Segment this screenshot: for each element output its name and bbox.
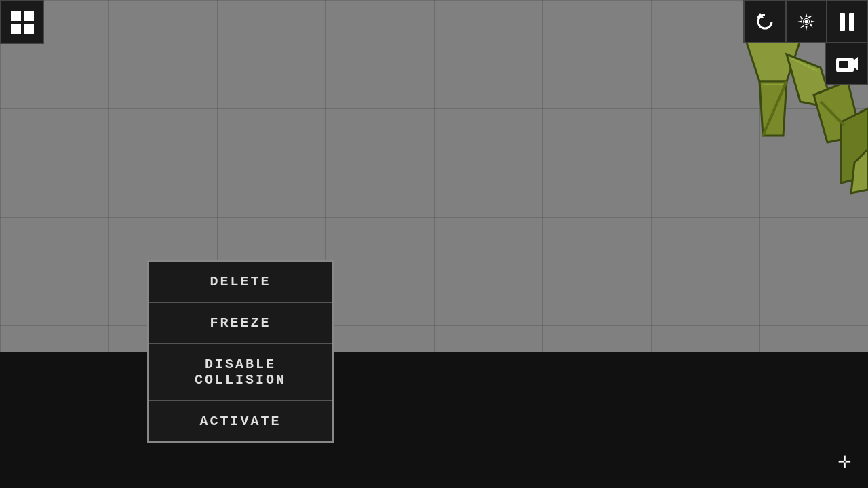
- svg-point-7: [805, 20, 808, 24]
- svg-rect-1: [24, 11, 34, 21]
- freeze-button[interactable]: FREEZE: [149, 303, 332, 344]
- toolbar-row1: [743, 0, 868, 43]
- delete-button[interactable]: DELETE: [149, 262, 332, 303]
- svg-rect-9: [849, 13, 854, 30]
- svg-rect-2: [11, 24, 21, 34]
- pause-button[interactable]: [826, 1, 867, 42]
- toolbar-row2: [825, 43, 868, 85]
- grid-icon: [9, 9, 35, 35]
- move-cursor: ✛: [838, 447, 851, 474]
- camera-icon: [835, 54, 858, 73]
- settings-button[interactable]: [785, 1, 826, 42]
- svg-rect-8: [840, 13, 845, 30]
- pause-icon: [838, 12, 856, 32]
- gear-icon: [796, 12, 816, 32]
- bottom-bar: [0, 352, 868, 488]
- context-menu: DELETE FREEZE DISABLE COLLISION ACTIVATE: [147, 260, 334, 443]
- svg-rect-0: [11, 11, 21, 21]
- undo-button[interactable]: [745, 1, 785, 42]
- svg-rect-12: [839, 61, 848, 68]
- undo-icon: [755, 12, 775, 32]
- activate-button[interactable]: ACTIVATE: [149, 401, 332, 441]
- svg-rect-3: [24, 24, 34, 34]
- toolbar: [743, 0, 868, 85]
- camera-button[interactable]: [826, 43, 867, 84]
- grid-icon-button[interactable]: [0, 0, 44, 44]
- disable-collision-button[interactable]: DISABLE COLLISION: [149, 344, 332, 401]
- svg-marker-11: [854, 57, 858, 70]
